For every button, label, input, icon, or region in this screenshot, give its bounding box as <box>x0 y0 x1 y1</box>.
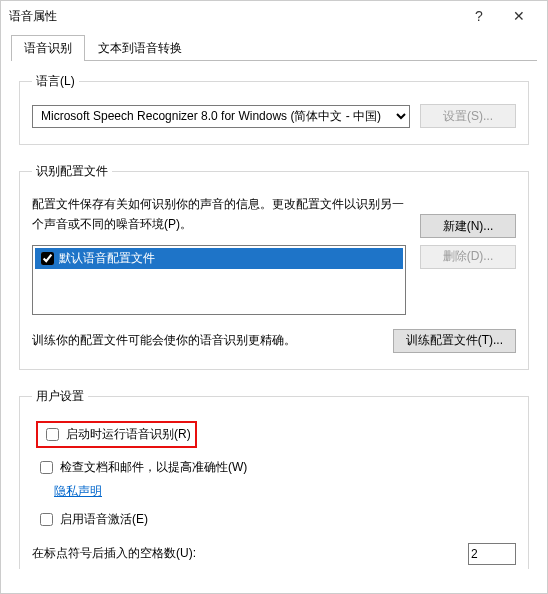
tabstrip: 语音识别 文本到语音转换 <box>11 37 537 61</box>
review-docs-checkbox[interactable] <box>40 461 53 474</box>
profile-buttons-side: 删除(D)... <box>420 245 516 269</box>
spaces-label: 在标点符号后插入的空格数(U): <box>32 545 458 562</box>
profile-group: 识别配置文件 配置文件保存有关如何识别你的声音的信息。更改配置文件以识别另一个声… <box>19 163 529 370</box>
run-at-startup-checkbox[interactable] <box>46 428 59 441</box>
profile-item-checkbox[interactable] <box>41 252 54 265</box>
help-button[interactable]: ? <box>459 8 499 24</box>
run-at-startup-wrapper: 启动时运行语音识别(R) <box>36 421 516 448</box>
profile-list-row: 默认语音配置文件 删除(D)... <box>32 245 516 315</box>
window-title: 语音属性 <box>9 8 459 25</box>
profile-item-default[interactable]: 默认语音配置文件 <box>35 248 403 269</box>
review-docs-row: 检查文档和邮件，以提高准确性(W) <box>36 458 516 477</box>
profile-item-label: 默认语音配置文件 <box>59 250 155 267</box>
train-row: 训练你的配置文件可能会使你的语音识别更精确。 训练配置文件(T)... <box>32 329 516 353</box>
voice-activate-checkbox[interactable] <box>40 513 53 526</box>
spaces-row: 在标点符号后插入的空格数(U): <box>32 543 516 565</box>
speech-properties-window: 语音属性 ? ✕ 语音识别 文本到语音转换 语言(L) Microsoft Sp… <box>0 0 548 594</box>
voice-activate-row: 启用语音激活(E) <box>36 510 516 529</box>
run-at-startup-label: 启动时运行语音识别(R) <box>66 426 191 443</box>
highlight-box: 启动时运行语音识别(R) <box>36 421 197 448</box>
privacy-row: 隐私声明 <box>32 483 516 500</box>
tab-speech-recognition[interactable]: 语音识别 <box>11 35 85 61</box>
client-area: 语音识别 文本到语音转换 语言(L) Microsoft Speech Reco… <box>1 31 547 593</box>
train-desc: 训练你的配置文件可能会使你的语音识别更精确。 <box>32 332 383 349</box>
user-settings-legend: 用户设置 <box>32 388 88 405</box>
profile-delete-button: 删除(D)... <box>420 245 516 269</box>
profile-buttons-top: 新建(N)... <box>420 194 516 238</box>
user-settings-group: 用户设置 启动时运行语音识别(R) 检查文档和邮件，以提高准确性(W) 隐私声明 <box>19 388 529 569</box>
language-row: Microsoft Speech Recognizer 8.0 for Wind… <box>32 104 516 128</box>
review-docs-label: 检查文档和邮件，以提高准确性(W) <box>60 459 247 476</box>
spaces-spinner[interactable] <box>468 543 516 565</box>
language-settings-button: 设置(S)... <box>420 104 516 128</box>
language-legend: 语言(L) <box>32 73 79 90</box>
tab-panel: 语言(L) Microsoft Speech Recognizer 8.0 fo… <box>11 61 537 569</box>
language-combo[interactable]: Microsoft Speech Recognizer 8.0 for Wind… <box>32 105 410 128</box>
close-button[interactable]: ✕ <box>499 8 539 24</box>
profile-new-button[interactable]: 新建(N)... <box>420 214 516 238</box>
profile-desc: 配置文件保存有关如何识别你的声音的信息。更改配置文件以识别另一个声音或不同的噪音… <box>32 194 406 235</box>
tab-text-to-speech[interactable]: 文本到语音转换 <box>85 35 195 61</box>
train-profile-button[interactable]: 训练配置文件(T)... <box>393 329 516 353</box>
profile-top-row: 配置文件保存有关如何识别你的声音的信息。更改配置文件以识别另一个声音或不同的噪音… <box>32 194 516 245</box>
language-group: 语言(L) Microsoft Speech Recognizer 8.0 fo… <box>19 73 529 145</box>
voice-activate-label: 启用语音激活(E) <box>60 511 148 528</box>
profile-legend: 识别配置文件 <box>32 163 112 180</box>
titlebar: 语音属性 ? ✕ <box>1 1 547 31</box>
privacy-link[interactable]: 隐私声明 <box>54 484 102 498</box>
profile-listbox[interactable]: 默认语音配置文件 <box>32 245 406 315</box>
